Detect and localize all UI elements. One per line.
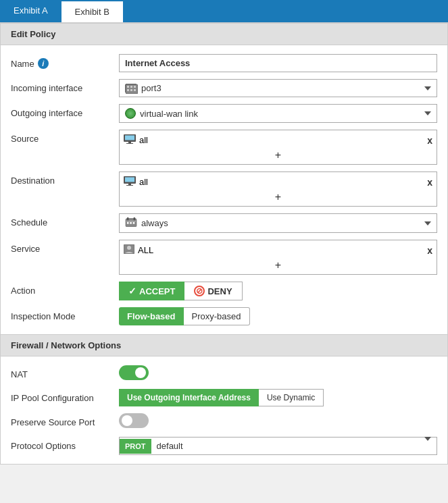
preserve-source-port-control <box>119 413 437 430</box>
tab-exhibit-a[interactable]: Exhibit A <box>0 0 61 22</box>
source-close-icon[interactable]: x <box>427 135 432 146</box>
preserve-source-port-toggle[interactable] <box>119 413 149 428</box>
port-icon <box>125 84 137 93</box>
destination-row: Destination <box>11 168 437 210</box>
ip-pool-row: IP Pool Configuration Use Outgoing Inter… <box>11 386 437 410</box>
action-label: Action <box>11 282 119 296</box>
accept-button[interactable]: ✓ ACCEPT <box>119 282 184 300</box>
protocol-chevron <box>419 438 437 454</box>
svg-rect-1 <box>127 86 129 88</box>
svg-rect-8 <box>125 136 134 140</box>
action-control: ✓ ACCEPT ⊘ DENY <box>119 282 437 300</box>
ip-pool-control: Use Outgoing Interface Address Use Dynam… <box>119 389 437 406</box>
destination-monitor-icon <box>124 176 136 188</box>
destination-tag-box[interactable]: all x + <box>119 171 437 207</box>
service-label: Service <box>11 240 119 254</box>
destination-value: all <box>139 177 148 187</box>
svg-rect-14 <box>126 185 133 186</box>
firewall-options-header: Firewall / Network Options <box>1 334 447 356</box>
source-row: Source <box>11 126 437 168</box>
svg-rect-3 <box>134 86 136 88</box>
incoming-interface-value: port3 <box>141 83 161 93</box>
service-value: ALL <box>138 245 153 255</box>
destination-close-icon[interactable]: x <box>427 177 432 188</box>
name-label: Name i <box>11 54 119 69</box>
ip-pool-label: IP Pool Configuration <box>11 389 119 403</box>
preserve-source-port-slider <box>119 413 149 428</box>
outgoing-interface-chevron <box>424 111 431 115</box>
accept-check-icon: ✓ <box>128 286 136 296</box>
service-icon <box>124 244 134 256</box>
firewall-options-form: NAT IP Pool Configuration Use Outgoing I… <box>1 356 447 464</box>
service-control: ALL x + <box>119 240 437 275</box>
service-close-icon[interactable]: x <box>427 245 432 256</box>
tab-exhibit-b[interactable]: Exhibit B <box>61 0 123 22</box>
name-control <box>119 54 437 72</box>
main-container: Edit Policy Name i Incoming interface <box>0 22 448 465</box>
service-tag-box[interactable]: ALL x + <box>119 240 437 275</box>
destination-tag-item: all <box>124 176 148 188</box>
edit-policy-form: Name i Incoming interface <box>1 45 447 334</box>
outgoing-interface-label: Outgoing interface <box>11 104 119 118</box>
flow-based-button[interactable]: Flow-based <box>119 307 184 325</box>
incoming-interface-row: Incoming interface <box>11 76 437 101</box>
service-tag-row: ALL x <box>124 243 432 257</box>
svg-rect-20 <box>130 222 132 224</box>
source-monitor-icon <box>124 134 136 146</box>
service-add-btn[interactable]: + <box>124 259 432 271</box>
source-control: all x + <box>119 130 437 165</box>
source-add-btn[interactable]: + <box>124 149 432 161</box>
incoming-interface-select[interactable]: port3 <box>119 79 437 97</box>
name-row: Name i <box>11 51 437 76</box>
proxy-based-button[interactable]: Proxy-based <box>184 307 250 325</box>
svg-rect-2 <box>130 86 132 88</box>
nat-toggle[interactable] <box>119 365 149 380</box>
outgoing-interface-control: virtual-wan link <box>119 104 437 123</box>
nat-label: NAT <box>11 365 119 379</box>
schedule-chevron <box>424 221 431 226</box>
service-tag-item: ALL <box>124 244 153 256</box>
deny-label: DENY <box>207 286 232 296</box>
svg-rect-19 <box>127 222 129 224</box>
svg-rect-9 <box>128 142 131 143</box>
schedule-select[interactable]: always <box>119 213 437 233</box>
use-outgoing-button[interactable]: Use Outgoing Interface Address <box>119 389 259 406</box>
protocol-chevron-icon <box>424 437 431 451</box>
outgoing-interface-select[interactable]: virtual-wan link <box>119 104 437 123</box>
deny-button[interactable]: ⊘ DENY <box>184 282 242 300</box>
schedule-label: Schedule <box>11 213 119 228</box>
svg-rect-10 <box>126 143 133 144</box>
protocol-select[interactable]: PROT default <box>119 437 437 455</box>
service-row: Service ALL <box>11 236 437 278</box>
tabs-bar: Exhibit A Exhibit B <box>0 0 448 22</box>
schedule-value: always <box>141 218 168 228</box>
action-buttons: ✓ ACCEPT ⊘ DENY <box>119 282 437 300</box>
action-row: Action ✓ ACCEPT ⊘ DENY <box>11 278 437 304</box>
destination-add-btn[interactable]: + <box>124 191 432 203</box>
incoming-interface-label: Incoming interface <box>11 79 119 93</box>
svg-rect-12 <box>125 178 134 182</box>
protocol-value: default <box>151 438 419 454</box>
svg-rect-6 <box>134 89 136 91</box>
source-tag-box[interactable]: all x + <box>119 130 437 165</box>
info-icon: i <box>38 58 49 69</box>
use-dynamic-button[interactable]: Use Dynamic <box>259 389 324 406</box>
edit-policy-header: Edit Policy <box>1 23 447 45</box>
protocol-options-row: Protocol Options PROT default <box>11 433 437 458</box>
name-input[interactable] <box>119 54 437 72</box>
source-tag-item: all <box>124 134 148 146</box>
source-tag-row: all x <box>124 133 432 147</box>
schedule-row: Schedule <box>11 210 437 236</box>
destination-control: all x + <box>119 171 437 207</box>
nat-row: NAT <box>11 362 437 386</box>
ip-pool-buttons: Use Outgoing Interface Address Use Dynam… <box>119 389 437 406</box>
svg-rect-5 <box>130 89 132 91</box>
inspection-mode-control: Flow-based Proxy-based <box>119 307 437 325</box>
svg-rect-13 <box>128 184 131 185</box>
inspection-mode-label: Inspection Mode <box>11 307 119 321</box>
inspection-mode-buttons: Flow-based Proxy-based <box>119 307 437 325</box>
accept-label: ACCEPT <box>139 286 175 296</box>
incoming-interface-control: port3 <box>119 79 437 97</box>
svg-rect-18 <box>126 221 136 221</box>
globe-icon <box>125 108 136 119</box>
